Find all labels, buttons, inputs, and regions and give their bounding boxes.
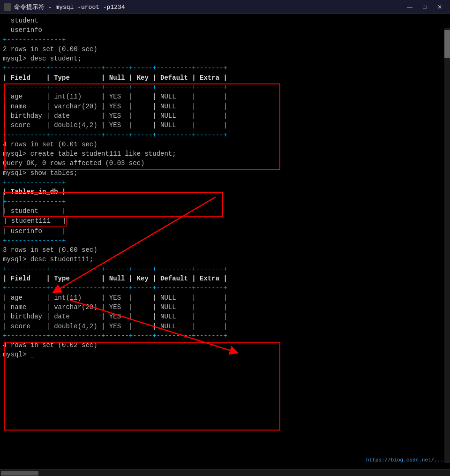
term-line-22: +--------------+ <box>3 178 441 187</box>
window-controls[interactable]: — □ ✕ <box>403 2 446 12</box>
term-line-38: | age | int(11) | YES | | NULL | | <box>3 293 441 302</box>
term-line-7: | Field | Type | Null | Key | Default | … <box>3 73 441 83</box>
term-line-10: | age | int(11) | YES | | NULL | | <box>3 92 441 101</box>
term-line-21: mysql> show tables; <box>3 168 441 178</box>
term-line-16: 4 rows in set (0.01 sec) <box>3 140 441 149</box>
hscrollbar-thumb[interactable] <box>1 471 38 476</box>
term-line-2: +--------------+ <box>3 35 441 45</box>
titlebar-left: 命令提示符 - mysql -uroot -p1234 <box>4 3 125 11</box>
term-line-23: | Tables_in_db | <box>3 187 441 196</box>
term-line-6: +----------+-------------+------+-----+-… <box>3 63 441 73</box>
term-line-11: | name | varchar(20) | YES | | NULL | | <box>3 102 441 111</box>
term-line-44: 4 rows in set (0.02 sec) <box>3 340 441 350</box>
close-button[interactable]: ✕ <box>433 2 446 12</box>
term-line-35: | Field | Type | Null | Key | Default | … <box>3 274 441 283</box>
terminal-area: student userinfo+--------------+2 rows i… <box>0 14 450 469</box>
term-line-26: | student | <box>3 206 441 216</box>
term-line-41: | score | double(4,2) | YES | | NULL | | <box>3 322 441 331</box>
term-line-24: +--------------+ <box>3 197 441 206</box>
term-line-28: | userinfo | <box>3 227 441 236</box>
term-line-18: mysql> create table student111 like stud… <box>3 149 441 159</box>
term-line-31: 3 rows in set (0.00 sec) <box>3 245 441 255</box>
titlebar: 命令提示符 - mysql -uroot -p1234 — □ ✕ <box>0 0 450 14</box>
term-line-43: +----------+-------------+------+-----+-… <box>3 331 441 340</box>
term-line-15: +----------+-------------+------+-----+-… <box>3 130 441 140</box>
term-line-8: +----------+-------------+------+-----+-… <box>3 83 441 92</box>
term-line-1: userinfo <box>3 25 441 35</box>
term-line-40: | birthday | date | YES | | NULL | | <box>3 312 441 321</box>
term-line-46: mysql> _ <box>3 350 441 359</box>
term-line-12: | birthday | date | YES | | NULL | | <box>3 111 441 121</box>
vertical-scrollbar[interactable] <box>444 28 450 463</box>
term-line-34: +----------+-------------+------+-----+-… <box>3 264 441 274</box>
term-line-30: +--------------+ <box>3 236 441 245</box>
maximize-button[interactable]: □ <box>418 2 431 12</box>
app-icon <box>4 3 11 11</box>
window-title: 命令提示符 - mysql -uroot -p1234 <box>14 3 125 11</box>
horizontal-scrollbar[interactable] <box>0 469 450 476</box>
term-line-33: mysql> desc student111; <box>3 255 441 264</box>
term-line-5: mysql> desc student; <box>3 54 441 63</box>
term-line-0: student <box>3 16 441 25</box>
url-display: https://blog.csdn.net/... <box>366 457 443 463</box>
term-line-36: +----------+-------------+------+-----+-… <box>3 283 441 293</box>
term-line-13: | score | double(4,2) | YES | | NULL | | <box>3 121 441 130</box>
term-line-19: Query OK, 0 rows affected (0.03 sec) <box>3 159 441 168</box>
terminal-content: student userinfo+--------------+2 rows i… <box>3 16 447 360</box>
term-line-27: | student111 | <box>3 216 441 226</box>
scrollbar-thumb[interactable] <box>444 30 450 58</box>
term-line-39: | name | varchar(20) | YES | | NULL | | <box>3 302 441 312</box>
term-line-3: 2 rows in set (0.00 sec) <box>3 45 441 54</box>
minimize-button[interactable]: — <box>403 2 416 12</box>
